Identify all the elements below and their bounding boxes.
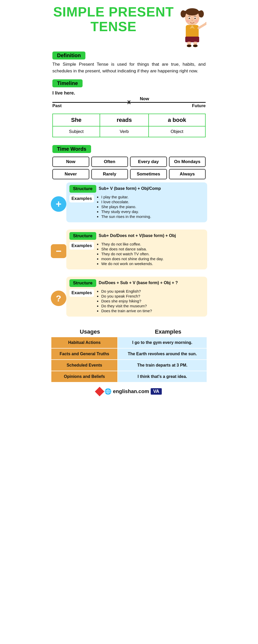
example-cell: I go to the gym every morning. <box>118 337 207 348</box>
svg-point-9 <box>195 18 196 19</box>
time-words-grid: Now Often Every day On Mondays Never Rar… <box>52 157 206 179</box>
table-row: Habitual Actions I go to the gym every m… <box>51 337 207 348</box>
positive-structure-text: Sub+ V (base form) + Obj/Comp <box>99 185 161 191</box>
list-item: Do they visit the museum? <box>101 304 152 308</box>
svg-point-3 <box>186 8 199 15</box>
time-word-often: Often <box>91 157 128 167</box>
question-structure-label: Structure <box>69 279 96 287</box>
example-cell: The Earth revolves around the sun. <box>118 348 207 360</box>
character-image <box>177 5 208 47</box>
subject-label-cell: Subject <box>53 126 100 137</box>
verb-cell: reads <box>100 114 149 126</box>
negative-structure-text: Sub+ Do/Does not + V(base form) + Obj <box>99 232 176 238</box>
svg-point-11 <box>186 20 190 22</box>
positive-card: Structure Sub+ V (base form) + Obj/Comp … <box>66 182 207 222</box>
table-row: Opinions and Beliefs I think that's a gr… <box>51 371 207 382</box>
positive-icon: + <box>51 196 66 212</box>
timeline-section: Timeline I live here. Now X Past Future <box>48 77 210 111</box>
negative-structure-label: Structure <box>69 232 96 240</box>
definition-text: The Simple Present Tense is used for thi… <box>52 61 206 75</box>
svg-point-5 <box>199 10 204 18</box>
table-row: Scheduled Events The train departs at 3 … <box>51 360 207 371</box>
list-item: Do you speak English? <box>101 289 152 293</box>
timeline-badge: Timeline <box>52 79 83 87</box>
page-header: SIMPLE PRESENT TENSE <box>48 0 210 49</box>
list-item: I love chocolate. <box>101 200 151 204</box>
time-word-onmondays: On Mondays <box>169 157 206 167</box>
negative-examples-list: They do not like coffee. She does not da… <box>96 242 164 266</box>
past-label: Past <box>52 103 62 108</box>
usage-cell: Scheduled Events <box>51 360 118 371</box>
list-item: I play the guitar. <box>101 195 151 199</box>
object-label-cell: Object <box>149 126 205 137</box>
question-card-wrapper: ? Structure Do/Does + Sub + V (base form… <box>51 277 207 320</box>
usages-col-header: Usages <box>51 327 129 337</box>
svg-point-4 <box>181 10 186 18</box>
list-item: Does she enjoy hiking? <box>101 299 152 303</box>
list-item: The sun rises in the morning. <box>101 214 151 219</box>
page-title: SIMPLE PRESENT TENSE <box>50 5 177 34</box>
footer: 🌐 englishan.com VA <box>48 385 210 399</box>
usages-table: Habitual Actions I go to the gym every m… <box>51 337 207 383</box>
positive-icon-wrapper: + <box>51 196 66 212</box>
svg-point-19 <box>193 45 198 47</box>
list-item: They do not watch TV often. <box>101 252 164 256</box>
time-word-rarely: Rarely <box>91 169 128 179</box>
list-item: She plays the piano. <box>101 205 151 209</box>
question-card: Structure Do/Does + Sub + V (base form) … <box>66 277 207 317</box>
verb-label-cell: Verb <box>100 126 149 137</box>
girl-svg <box>178 6 206 47</box>
question-examples-label: Examples <box>69 289 94 297</box>
sentence-table-section: She reads a book Subject Verb Object <box>48 114 210 142</box>
positive-structure-label: Structure <box>69 185 96 193</box>
time-word-now: Now <box>52 157 89 167</box>
list-item: Does the train arrive on time? <box>101 309 152 313</box>
example-cell: I think that's a great idea. <box>118 371 207 382</box>
list-item: moon does not shine during the day. <box>101 257 164 261</box>
question-structure-text: Do/Does + Sub + V (base form) + Obj + ? <box>99 279 178 285</box>
examples-col-header: Examples <box>129 327 207 337</box>
negative-card: Structure Sub+ Do/Does not + V(base form… <box>66 230 207 269</box>
brand-text: englishan.com <box>113 388 149 394</box>
svg-rect-15 <box>185 37 199 42</box>
x-mark: X <box>127 99 131 105</box>
object-cell: a book <box>149 114 205 126</box>
future-label: Future <box>192 103 206 108</box>
negative-icon: − <box>51 244 66 258</box>
structures-section: + Structure Sub+ V (base form) + Obj/Com… <box>48 181 210 325</box>
negative-card-wrapper: − Structure Sub+ Do/Does not + V(base fo… <box>51 230 207 273</box>
definition-badge: Definition <box>52 52 85 60</box>
now-label: Now <box>140 96 149 101</box>
table-row: She reads a book <box>53 114 205 126</box>
diamond-icon <box>95 387 104 396</box>
list-item: We do not work on weekends. <box>101 261 164 266</box>
question-examples-list: Do you speak English? Do you speak Frenc… <box>96 289 152 313</box>
svg-point-12 <box>195 20 198 22</box>
definition-section: Definition The Simple Present Tense is u… <box>48 49 210 77</box>
footer-logo-area: 🌐 englishan.com VA <box>96 388 162 395</box>
time-word-always: Always <box>169 169 206 179</box>
svg-point-7 <box>189 18 190 19</box>
time-words-section: Time Words Now Often Every day On Monday… <box>48 142 210 181</box>
svg-point-10 <box>191 20 193 21</box>
subject-cell: She <box>53 114 100 126</box>
negative-examples-label: Examples <box>69 242 94 250</box>
list-item: Do you speak French? <box>101 294 152 298</box>
globe-icon: 🌐 <box>104 388 111 395</box>
timeline-sentence: I live here. <box>52 90 206 96</box>
usages-section: Usages Examples Habitual Actions I go to… <box>48 325 210 385</box>
time-word-never: Never <box>52 169 89 179</box>
table-row: Facts and General Truths The Earth revol… <box>51 348 207 360</box>
svg-line-20 <box>199 24 206 28</box>
negative-icon-wrapper: − <box>51 244 66 258</box>
usage-cell: Habitual Actions <box>51 337 118 348</box>
usage-cell: Opinions and Beliefs <box>51 371 118 382</box>
time-word-sometimes: Sometimes <box>130 169 167 179</box>
sentence-table: She reads a book Subject Verb Object <box>52 114 206 137</box>
question-icon: ? <box>51 291 66 306</box>
svg-point-18 <box>187 45 191 47</box>
example-cell: The train departs at 3 PM. <box>118 360 207 371</box>
positive-card-wrapper: + Structure Sub+ V (base form) + Obj/Com… <box>51 182 207 226</box>
question-icon-wrapper: ? <box>51 291 66 306</box>
time-words-badge: Time Words <box>52 145 91 153</box>
